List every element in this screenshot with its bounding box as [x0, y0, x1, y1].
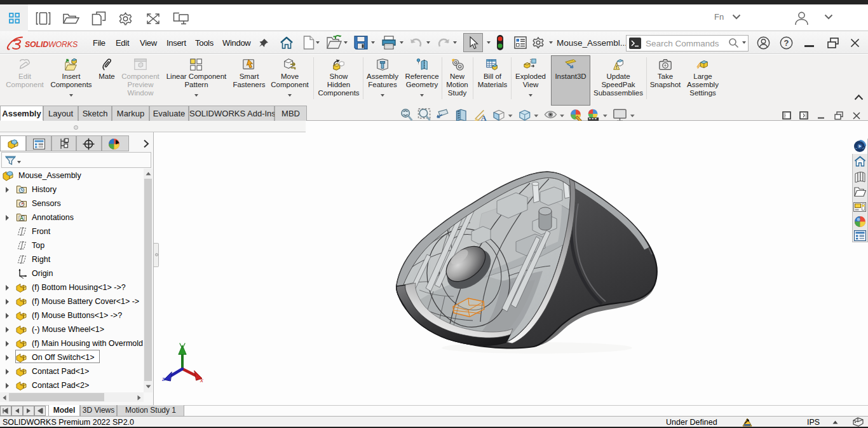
svg-text:A: A [20, 215, 24, 221]
svg-text:z: z [161, 375, 165, 382]
svg-text:?: ? [784, 38, 789, 48]
svg-text:x: x [200, 376, 203, 383]
svg-text:!: ! [616, 64, 617, 70]
